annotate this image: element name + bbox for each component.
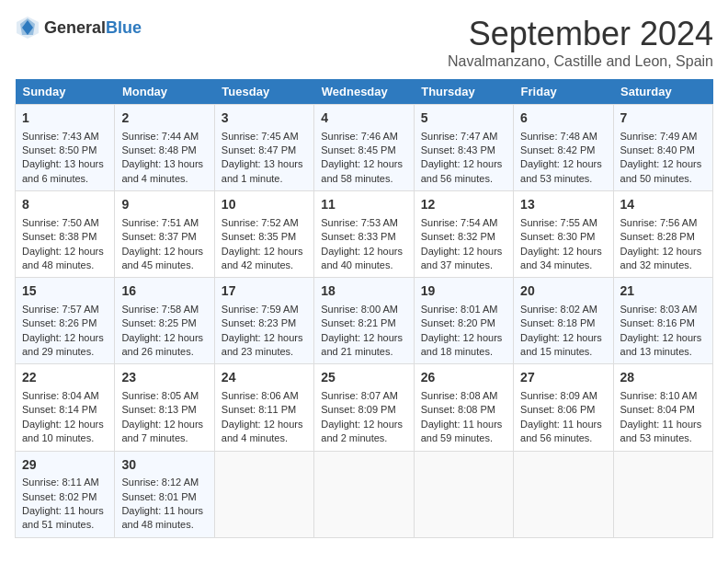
- sunrise-text: Sunrise: 8:11 AM: [22, 476, 108, 489]
- sunset-text: Sunset: 8:25 PM: [121, 316, 207, 330]
- sunset-text: Sunset: 8:04 PM: [620, 403, 706, 417]
- day-number: 20: [520, 282, 606, 301]
- sunset-text: Sunset: 8:37 PM: [121, 230, 207, 244]
- day-number: 30: [121, 456, 207, 475]
- sunset-text: Sunset: 8:38 PM: [22, 230, 108, 244]
- calendar-cell: 22Sunrise: 8:04 AMSunset: 8:14 PMDayligh…: [16, 364, 115, 451]
- sunrise-text: Sunrise: 7:45 AM: [222, 130, 307, 144]
- calendar-cell: [514, 451, 613, 537]
- sunset-text: Sunset: 8:08 PM: [421, 403, 506, 417]
- sunrise-text: Sunrise: 8:10 AM: [620, 389, 706, 403]
- logo-blue: Blue: [106, 18, 142, 37]
- sunrise-text: Sunrise: 7:52 AM: [222, 216, 307, 230]
- daylight-text: Daylight: 12 hours and 45 minutes.: [121, 245, 207, 273]
- daylight-text: Daylight: 13 hours and 6 minutes.: [22, 157, 108, 186]
- calendar-cell: 1Sunrise: 7:43 AMSunset: 8:50 PMDaylight…: [16, 105, 115, 191]
- day-number: 1: [22, 109, 108, 128]
- sunset-text: Sunset: 8:35 PM: [222, 230, 307, 244]
- week-row-1: 1Sunrise: 7:43 AMSunset: 8:50 PMDaylight…: [16, 105, 713, 191]
- sunrise-text: Sunrise: 7:47 AM: [421, 130, 506, 144]
- day-number: 7: [620, 109, 706, 128]
- calendar-cell: 23Sunrise: 8:05 AMSunset: 8:13 PMDayligh…: [115, 364, 214, 451]
- main-title: September 2024: [448, 15, 713, 53]
- daylight-text: Daylight: 12 hours and 40 minutes.: [321, 245, 406, 273]
- daylight-text: Daylight: 13 hours and 4 minutes.: [121, 157, 207, 186]
- day-number: 4: [321, 109, 406, 128]
- sunrise-text: Sunrise: 8:08 AM: [421, 389, 506, 403]
- calendar-cell: 29Sunrise: 8:11 AMSunset: 8:02 PMDayligh…: [16, 451, 115, 537]
- sunrise-text: Sunrise: 7:51 AM: [121, 216, 207, 230]
- sunrise-text: Sunrise: 8:04 AM: [22, 389, 108, 403]
- calendar-cell: 28Sunrise: 8:10 AMSunset: 8:04 PMDayligh…: [613, 364, 712, 451]
- calendar-cell: 14Sunrise: 7:56 AMSunset: 8:28 PMDayligh…: [613, 191, 712, 278]
- sunrise-text: Sunrise: 7:58 AM: [121, 303, 207, 316]
- day-number: 12: [421, 196, 506, 214]
- sunrise-text: Sunrise: 8:07 AM: [321, 389, 406, 403]
- sunset-text: Sunset: 8:13 PM: [121, 403, 207, 417]
- day-number: 14: [620, 196, 706, 214]
- calendar-header-row: SundayMondayTuesdayWednesdayThursdayFrid…: [16, 79, 713, 105]
- sunrise-text: Sunrise: 8:06 AM: [222, 389, 307, 403]
- day-number: 18: [321, 282, 406, 301]
- daylight-text: Daylight: 11 hours and 56 minutes.: [520, 418, 606, 446]
- week-row-2: 8Sunrise: 7:50 AMSunset: 8:38 PMDaylight…: [16, 191, 713, 278]
- page-header: GeneralBlue September 2024 Navalmanzano,…: [15, 15, 713, 70]
- sunset-text: Sunset: 8:06 PM: [520, 403, 606, 417]
- daylight-text: Daylight: 12 hours and 21 minutes.: [321, 331, 406, 360]
- week-row-4: 22Sunrise: 8:04 AMSunset: 8:14 PMDayligh…: [16, 364, 713, 451]
- calendar-cell: 13Sunrise: 7:55 AMSunset: 8:30 PMDayligh…: [514, 191, 613, 278]
- calendar-cell: 27Sunrise: 8:09 AMSunset: 8:06 PMDayligh…: [514, 364, 613, 451]
- sunset-text: Sunset: 8:26 PM: [22, 316, 108, 330]
- sunset-text: Sunset: 8:20 PM: [421, 316, 506, 330]
- sunrise-text: Sunrise: 7:49 AM: [620, 130, 706, 144]
- day-number: 19: [421, 282, 506, 301]
- header-tuesday: Tuesday: [214, 79, 313, 105]
- sunset-text: Sunset: 8:48 PM: [121, 144, 207, 157]
- calendar-cell: 9Sunrise: 7:51 AMSunset: 8:37 PMDaylight…: [115, 191, 214, 278]
- day-number: 2: [121, 109, 207, 128]
- calendar-cell: 11Sunrise: 7:53 AMSunset: 8:33 PMDayligh…: [314, 191, 414, 278]
- header-wednesday: Wednesday: [314, 79, 414, 105]
- daylight-text: Daylight: 12 hours and 23 minutes.: [222, 331, 307, 360]
- daylight-text: Daylight: 12 hours and 7 minutes.: [121, 418, 207, 446]
- header-friday: Friday: [514, 79, 613, 105]
- daylight-text: Daylight: 12 hours and 42 minutes.: [222, 245, 307, 273]
- sunset-text: Sunset: 8:33 PM: [321, 230, 406, 244]
- day-number: 10: [222, 196, 307, 214]
- calendar-table: SundayMondayTuesdayWednesdayThursdayFrid…: [15, 79, 713, 538]
- daylight-text: Daylight: 12 hours and 53 minutes.: [520, 157, 606, 186]
- sunrise-text: Sunrise: 8:02 AM: [520, 303, 606, 316]
- calendar-cell: 17Sunrise: 7:59 AMSunset: 8:23 PMDayligh…: [214, 278, 313, 364]
- sunset-text: Sunset: 8:50 PM: [22, 144, 108, 157]
- sunset-text: Sunset: 8:47 PM: [222, 144, 307, 157]
- sunset-text: Sunset: 8:43 PM: [421, 144, 506, 157]
- calendar-cell: 16Sunrise: 7:58 AMSunset: 8:25 PMDayligh…: [115, 278, 214, 364]
- day-number: 5: [421, 109, 506, 128]
- calendar-cell: 4Sunrise: 7:46 AMSunset: 8:45 PMDaylight…: [314, 105, 414, 191]
- subtitle: Navalmanzano, Castille and Leon, Spain: [448, 53, 713, 70]
- calendar-cell: 2Sunrise: 7:44 AMSunset: 8:48 PMDaylight…: [115, 105, 214, 191]
- daylight-text: Daylight: 12 hours and 13 minutes.: [620, 331, 706, 360]
- sunset-text: Sunset: 8:28 PM: [620, 230, 706, 244]
- daylight-text: Daylight: 11 hours and 51 minutes.: [22, 504, 108, 533]
- sunrise-text: Sunrise: 8:03 AM: [620, 303, 706, 316]
- day-number: 29: [22, 456, 108, 475]
- calendar-cell: 18Sunrise: 8:00 AMSunset: 8:21 PMDayligh…: [314, 278, 414, 364]
- sunrise-text: Sunrise: 8:00 AM: [321, 303, 406, 316]
- sunrise-text: Sunrise: 7:56 AM: [620, 216, 706, 230]
- calendar-cell: 6Sunrise: 7:48 AMSunset: 8:42 PMDaylight…: [514, 105, 613, 191]
- logo: GeneralBlue: [15, 15, 142, 40]
- daylight-text: Daylight: 12 hours and 58 minutes.: [321, 157, 406, 186]
- day-number: 28: [620, 369, 706, 387]
- day-number: 8: [22, 196, 108, 214]
- calendar-cell: 7Sunrise: 7:49 AMSunset: 8:40 PMDaylight…: [613, 105, 712, 191]
- sunset-text: Sunset: 8:23 PM: [222, 316, 307, 330]
- day-number: 16: [121, 282, 207, 301]
- daylight-text: Daylight: 12 hours and 37 minutes.: [421, 245, 506, 273]
- calendar-cell: 5Sunrise: 7:47 AMSunset: 8:43 PMDaylight…: [414, 105, 513, 191]
- sunset-text: Sunset: 8:14 PM: [22, 403, 108, 417]
- calendar-cell: 24Sunrise: 8:06 AMSunset: 8:11 PMDayligh…: [214, 364, 313, 451]
- sunset-text: Sunset: 8:11 PM: [222, 403, 307, 417]
- day-number: 21: [620, 282, 706, 301]
- sunset-text: Sunset: 8:40 PM: [620, 144, 706, 157]
